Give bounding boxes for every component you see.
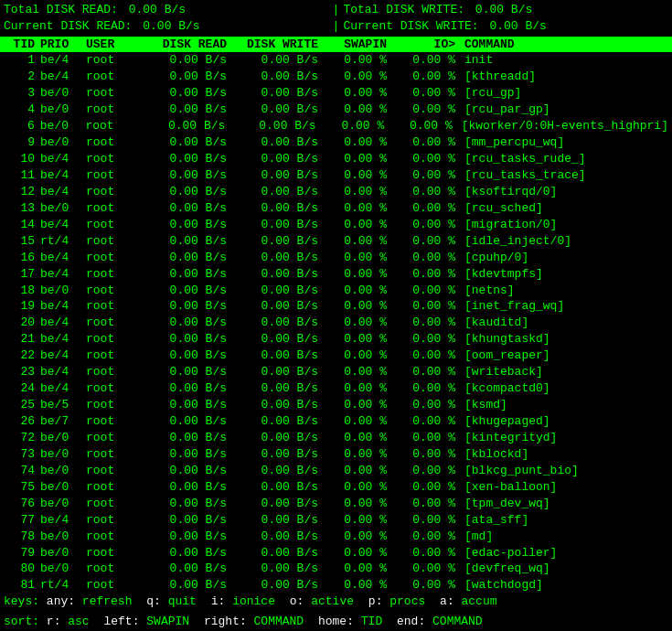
- cell-swapin: 0.00 %: [324, 69, 392, 85]
- cell-tid: 13: [4, 200, 40, 217]
- cell-diskwrite: 0.00 B/s: [232, 167, 324, 184]
- cell-command: [kblockd]: [461, 446, 668, 463]
- cell-tid: 79: [4, 545, 40, 561]
- cell-diskwrite: 0.00 B/s: [232, 233, 324, 250]
- cell-command: [netns]: [461, 283, 668, 299]
- total-disk-read: Total DISK READ: 0.00 B/s: [4, 2, 329, 18]
- keys-p: p:: [368, 594, 383, 608]
- cell-tid: 80: [4, 561, 40, 577]
- cell-io: 0.00 %: [392, 298, 461, 315]
- keys-any-action: refresh: [82, 594, 133, 608]
- cell-user: root: [86, 413, 141, 430]
- cell-diskwrite: 0.00 B/s: [232, 364, 324, 380]
- sort-right: right:: [204, 615, 247, 628]
- total-disk-write: Total DISK WRITE: 0.00 B/s: [343, 2, 668, 18]
- cell-swapin: 0.00 %: [324, 380, 392, 397]
- cell-diskwrite: 0.00 B/s: [232, 52, 324, 69]
- cell-io: 0.00 %: [392, 200, 461, 217]
- cell-command: [kauditd]: [461, 315, 668, 331]
- table-row: 23 be/4 root 0.00 B/s 0.00 B/s 0.00 % 0.…: [0, 364, 672, 380]
- cell-diskwrite: 0.00 B/s: [232, 545, 324, 561]
- cell-command: [oom_reaper]: [461, 348, 668, 364]
- cell-diskread: 0.00 B/s: [141, 69, 232, 85]
- cell-swapin: 0.00 %: [324, 561, 392, 577]
- cell-swapin: 0.00 %: [324, 413, 392, 430]
- cell-diskwrite: 0.00 B/s: [232, 266, 324, 283]
- cell-diskread: 0.00 B/s: [141, 250, 232, 266]
- cell-io: 0.00 %: [392, 364, 461, 380]
- cell-diskread: 0.00 B/s: [141, 134, 232, 151]
- current-disk-write-label: Current DISK WRITE:: [343, 19, 478, 33]
- sort-end-action: COMMAND: [432, 615, 483, 628]
- cell-prio: be/4: [40, 512, 86, 529]
- current-disk-read-label: Current DISK READ:: [4, 19, 132, 33]
- cell-tid: 75: [4, 479, 40, 496]
- cell-tid: 2: [4, 69, 40, 85]
- cell-tid: 14: [4, 217, 40, 233]
- cell-diskread: 0.00 B/s: [141, 151, 232, 167]
- cell-command: [cpuhp/0]: [461, 250, 668, 266]
- cell-swapin: 0.00 %: [324, 250, 392, 266]
- cell-swapin: 0.00 %: [324, 545, 392, 561]
- keys-a: a:: [440, 594, 454, 608]
- table-row: 13 be/0 root 0.00 B/s 0.00 B/s 0.00 % 0.…: [0, 200, 672, 217]
- cell-tid: 73: [4, 446, 40, 463]
- cell-command: [inet_frag_wq]: [461, 298, 668, 315]
- cell-user: root: [86, 85, 141, 102]
- cell-prio: be/4: [40, 250, 86, 266]
- divider: |: [329, 2, 344, 18]
- cell-tid: 18: [4, 283, 40, 299]
- cell-diskread: 0.00 B/s: [141, 561, 232, 577]
- table-row: 3 be/0 root 0.00 B/s 0.00 B/s 0.00 % 0.0…: [0, 85, 672, 102]
- cell-diskread: 0.00 B/s: [141, 446, 232, 463]
- current-disk-write-val: 0.00 B/s: [489, 19, 546, 33]
- cell-tid: 24: [4, 380, 40, 397]
- cell-swapin: 0.00 %: [324, 397, 392, 413]
- cell-io: 0.00 %: [392, 167, 461, 184]
- current-disk-read: Current DISK READ: 0.00 B/s: [4, 18, 329, 35]
- cell-prio: be/4: [40, 315, 86, 331]
- cell-tid: 6: [4, 118, 40, 134]
- col-header-io: IO>: [392, 37, 461, 51]
- cell-swapin: 0.00 %: [324, 184, 392, 200]
- footer-sort: sort: r: asc left: SWAPIN right: COMMAND…: [0, 612, 672, 632]
- cell-command: init: [461, 52, 668, 69]
- cell-diskwrite: 0.00 B/s: [232, 184, 324, 200]
- table-row: 76 be/0 root 0.00 B/s 0.00 B/s 0.00 % 0.…: [0, 496, 672, 512]
- cell-swapin: 0.00 %: [324, 85, 392, 102]
- cell-prio: be/4: [40, 364, 86, 380]
- cell-swapin: 0.00 %: [324, 298, 392, 315]
- cell-diskread: 0.00 B/s: [141, 545, 232, 561]
- cell-io: 0.00 %: [392, 134, 461, 151]
- cell-prio: be/0: [40, 496, 86, 512]
- cell-tid: 1: [4, 52, 40, 69]
- cell-user: root: [86, 167, 141, 184]
- keys-i: i:: [211, 594, 226, 608]
- cell-user: root: [86, 463, 141, 479]
- cell-io: 0.00 %: [392, 430, 461, 446]
- cell-swapin: 0.00 %: [324, 446, 392, 463]
- table-row: 4 be/0 root 0.00 B/s 0.00 B/s 0.00 % 0.0…: [0, 102, 672, 118]
- keys-label: keys:: [4, 594, 39, 608]
- cell-tid: 23: [4, 364, 40, 380]
- keys-p-action: procs: [389, 594, 425, 608]
- sort-r-action: asc: [68, 615, 89, 628]
- cell-command: [rcu_sched]: [461, 200, 668, 217]
- table-row: 77 be/4 root 0.00 B/s 0.00 B/s 0.00 % 0.…: [0, 512, 672, 529]
- cell-prio: be/4: [40, 69, 86, 85]
- cell-command: [xen-balloon]: [461, 479, 668, 496]
- table-row: 74 be/0 root 0.00 B/s 0.00 B/s 0.00 % 0.…: [0, 463, 672, 479]
- cell-io: 0.00 %: [392, 348, 461, 364]
- keys-o: o:: [290, 594, 304, 608]
- cell-swapin: 0.00 %: [324, 233, 392, 250]
- cell-swapin: 0.00 %: [324, 430, 392, 446]
- cell-tid: 21: [4, 331, 40, 348]
- cell-swapin: 0.00 %: [324, 283, 392, 299]
- cell-diskwrite: 0.00 B/s: [232, 69, 324, 85]
- cell-diskread: 0.00 B/s: [141, 167, 232, 184]
- cell-swapin: 0.00 %: [324, 134, 392, 151]
- cell-io: 0.00 %: [392, 397, 461, 413]
- cell-swapin: 0.00 %: [324, 102, 392, 118]
- cell-diskread: 0.00 B/s: [141, 380, 232, 397]
- cell-user: root: [85, 118, 140, 134]
